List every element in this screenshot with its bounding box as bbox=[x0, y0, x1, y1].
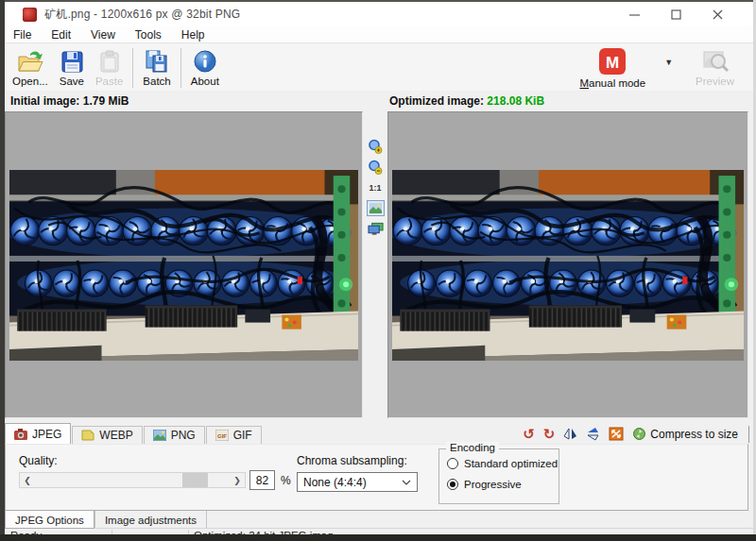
tab-gif[interactable]: GIF GIF bbox=[206, 426, 262, 444]
compress-to-size-icon bbox=[632, 427, 646, 441]
batch-icon bbox=[144, 49, 170, 74]
zoom-one-to-one-button[interactable]: 1:1 bbox=[368, 179, 384, 195]
jpeg-format-icon bbox=[14, 429, 27, 440]
open-label: Open... bbox=[12, 76, 48, 87]
compress-to-size-button[interactable]: Compress to size bbox=[632, 427, 738, 441]
preview-label: Preview bbox=[696, 76, 734, 87]
radio-progressive[interactable]: Progressive bbox=[447, 479, 522, 490]
slider-thumb[interactable] bbox=[182, 473, 208, 487]
menu-help[interactable]: Help bbox=[181, 28, 205, 42]
tab-webp[interactable]: WEBP bbox=[72, 426, 142, 444]
maximize-icon bbox=[671, 9, 681, 20]
close-icon bbox=[713, 9, 723, 20]
resize-image-button[interactable] bbox=[609, 427, 624, 441]
preview-button[interactable]: Preview bbox=[690, 46, 740, 90]
zoom-out-button[interactable] bbox=[368, 159, 384, 175]
edit-tools-separator bbox=[748, 426, 749, 443]
percent-label: % bbox=[281, 474, 291, 487]
view-tool-strip: 1:1 bbox=[364, 138, 387, 237]
menu-edit[interactable]: Edit bbox=[51, 28, 71, 42]
gif-format-icon: GIF bbox=[215, 430, 229, 441]
encoding-title: Encoding bbox=[446, 442, 499, 453]
minimize-button[interactable] bbox=[613, 3, 655, 25]
chevron-down-icon bbox=[402, 480, 411, 485]
window-title: 矿机.png - 1200x616 px @ 32bit PNG bbox=[44, 7, 240, 23]
flip-vertical-button[interactable] bbox=[586, 427, 600, 441]
minimize-icon bbox=[629, 9, 640, 20]
optimized-image-panel[interactable] bbox=[387, 111, 748, 418]
quality-slider[interactable]: ❮ ❯ bbox=[19, 472, 246, 488]
rotate-left-button[interactable]: ↺ bbox=[523, 427, 535, 441]
optimized-image-label: Optimized image: bbox=[389, 94, 484, 108]
tab-png[interactable]: PNG bbox=[144, 426, 205, 444]
options-tab-row: JPEG Options Image adjustments bbox=[5, 511, 753, 528]
encoding-groupbox: Encoding Standard optimized Progressive bbox=[438, 448, 559, 504]
compress-to-size-label: Compress to size bbox=[650, 428, 738, 441]
zoom-in-button[interactable] bbox=[368, 138, 384, 154]
chroma-subsampling-label: Chroma subsampling: bbox=[297, 454, 407, 467]
image-size-info-row: Initial image: 1.79 MiB Optimized image:… bbox=[5, 91, 753, 111]
dual-view-button[interactable] bbox=[368, 221, 384, 237]
open-button[interactable]: Open... bbox=[7, 46, 54, 90]
quality-value-input[interactable]: 82 bbox=[249, 470, 275, 490]
menu-file[interactable]: File bbox=[13, 28, 31, 42]
chroma-subsampling-select[interactable]: None (4:4:4) bbox=[297, 472, 418, 492]
maximize-button[interactable] bbox=[655, 3, 696, 25]
paste-clipboard-icon bbox=[98, 49, 121, 74]
manual-mode-button[interactable]: M Manual mode bbox=[574, 46, 651, 90]
close-button[interactable] bbox=[696, 3, 738, 25]
menu-bar: File Edit View Tools Help bbox=[5, 26, 756, 42]
menu-tools[interactable]: Tools bbox=[135, 28, 162, 42]
radio-circle bbox=[447, 458, 458, 469]
toolbar-separator bbox=[132, 48, 133, 88]
dual-view-icon bbox=[368, 222, 384, 236]
mode-dropdown-arrow-icon[interactable]: ▼ bbox=[664, 58, 673, 67]
screen-bottom-strip bbox=[0, 534, 756, 541]
zoom-in-icon bbox=[368, 139, 383, 154]
menu-view[interactable]: View bbox=[91, 28, 115, 42]
tab-image-adjustments[interactable]: Image adjustments bbox=[94, 511, 207, 529]
fit-image-button[interactable] bbox=[367, 200, 385, 216]
batch-label: Batch bbox=[143, 76, 170, 87]
jpeg-options-panel: Quality: ❮ ❯ 82 % Chroma subsampling: No… bbox=[5, 444, 748, 511]
main-toolbar: Open... Save Paste Batch bbox=[5, 42, 753, 93]
window-edge-top bbox=[0, 0, 756, 2]
chroma-selected-value: None (4:4:4) bbox=[303, 476, 367, 489]
about-button[interactable]: About bbox=[185, 46, 225, 90]
initial-image-size: 1.79 MiB bbox=[83, 94, 129, 108]
tab-jpeg[interactable]: JPEG bbox=[5, 423, 71, 444]
quality-label: Quality: bbox=[19, 454, 58, 467]
tab-jpeg-options[interactable]: JPEG Options bbox=[5, 511, 94, 529]
title-bar: 矿机.png - 1200x616 px @ 32bit PNG bbox=[5, 2, 753, 26]
slider-left-arrow[interactable]: ❮ bbox=[20, 473, 35, 487]
png-format-icon bbox=[153, 430, 166, 441]
about-info-icon bbox=[193, 49, 217, 74]
initial-image-info: Initial image: 1.79 MiB bbox=[10, 94, 129, 108]
svg-text:M: M bbox=[606, 53, 619, 71]
tab-png-label: PNG bbox=[171, 429, 196, 442]
optimized-image-photo bbox=[392, 170, 744, 361]
radio-standard-optimized[interactable]: Standard optimized bbox=[447, 458, 558, 469]
webp-format-icon bbox=[81, 430, 94, 441]
rotate-right-button[interactable]: ↻ bbox=[543, 427, 556, 441]
save-button[interactable]: Save bbox=[54, 46, 90, 90]
optimized-image-info: Optimized image: 218.08 KiB bbox=[389, 94, 544, 108]
save-label: Save bbox=[60, 76, 84, 87]
flip-horizontal-button[interactable] bbox=[563, 427, 577, 441]
initial-image-photo bbox=[9, 170, 358, 361]
svg-text:GIF: GIF bbox=[217, 433, 227, 439]
zoom-out-icon bbox=[368, 160, 383, 175]
edit-tools-row: ↺ ↻ Compress to size bbox=[523, 424, 753, 444]
initial-image-panel[interactable] bbox=[5, 111, 363, 418]
initial-image-label: Initial image: bbox=[10, 94, 79, 108]
batch-button[interactable]: Batch bbox=[137, 46, 176, 90]
paste-button[interactable]: Paste bbox=[90, 46, 129, 90]
preview-magnifier-icon bbox=[702, 49, 729, 74]
tab-webp-label: WEBP bbox=[99, 429, 132, 442]
manual-mode-label: Manual mode bbox=[579, 77, 645, 89]
slider-right-arrow[interactable]: ❯ bbox=[230, 473, 245, 487]
format-tab-row: JPEG WEBP PNG GIF GIF ↺ ↻ bbox=[5, 424, 753, 444]
save-floppy-icon bbox=[60, 49, 84, 74]
toolbar-separator bbox=[180, 48, 181, 88]
radio-circle bbox=[447, 479, 458, 490]
